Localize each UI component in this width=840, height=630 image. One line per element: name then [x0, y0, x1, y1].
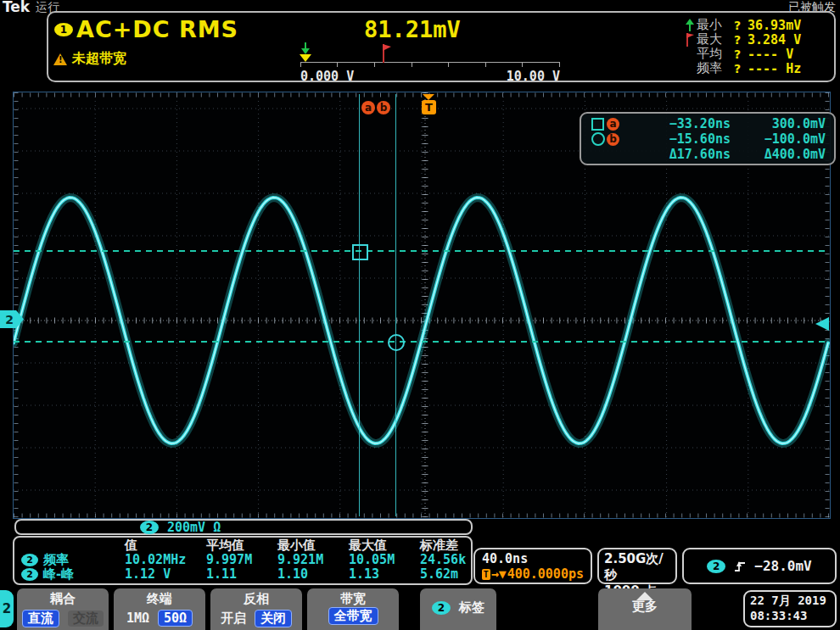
horizontal-scale: 40.0ns: [482, 551, 584, 566]
red-flag-icon: [686, 33, 694, 47]
cursor-b-row: b −15.60ns −100.0mV: [591, 131, 826, 147]
channel-2-badge: 2: [432, 601, 451, 615]
green-up-arrow-icon: [686, 19, 694, 31]
cursor-a-badge[interactable]: a: [361, 101, 375, 114]
sample-rate: 2.50G次/秒: [604, 551, 670, 583]
coupling-ac-option[interactable]: 交流: [68, 610, 104, 627]
acquisition-box: 2.50G次/秒 1000 点: [597, 548, 677, 584]
dvm-measurement-type: AC+DC RMS: [76, 16, 238, 42]
invert-button[interactable]: 反相 开启 关闭: [210, 588, 302, 630]
dvm-header-box: 1 AC+DC RMS 81.21mV ! 未超带宽 0.000 V 10.00…: [47, 11, 836, 82]
trigger-position-marker[interactable]: T: [422, 100, 436, 114]
scale-max-label: 10.00 V: [507, 69, 560, 84]
termination-50ohm-option[interactable]: 50Ω: [158, 610, 193, 627]
stat-row-min: 最小 ? 36.93mV: [686, 17, 833, 31]
channel-1-badge: 1: [54, 23, 73, 36]
coupling-dc-option[interactable]: 直流: [22, 610, 59, 627]
cursor-delta-row: Δ17.60ns Δ400.0mV: [591, 147, 826, 162]
dvm-value: 81.21mV: [364, 16, 461, 42]
cursor-a-marker[interactable]: [352, 244, 368, 260]
termination-1mohm-option[interactable]: 1MΩ: [126, 610, 149, 626]
scale-min-label: 0.000 V: [300, 69, 354, 84]
bandwidth-full-option[interactable]: 全带宽: [328, 607, 378, 625]
cursor-a-shape-icon: [591, 118, 604, 131]
cursor-a-row-badge: a: [607, 118, 619, 131]
cursor-b-shape-icon: [591, 132, 605, 146]
current-value-marker-icon: [300, 54, 311, 62]
rising-edge-icon: [734, 560, 746, 573]
more-button[interactable]: 更多: [598, 588, 692, 630]
scale-ticks: [300, 62, 560, 67]
trigger-position-arrow-icon[interactable]: [423, 94, 434, 100]
trigger-level-value: −28.0mV: [754, 558, 811, 574]
warning-text: 未超带宽: [72, 50, 126, 68]
delay-arrows-icon: →▼: [491, 566, 507, 582]
cursor-a-hline[interactable]: [14, 250, 830, 252]
table-row: 2峰-峰 1.12 V 1.11 1.10 1.13 5.62m: [21, 567, 471, 582]
invert-off-option[interactable]: 关闭: [255, 610, 292, 627]
horizontal-settings-box: 40.0ns T →▼ 400.0000ps: [473, 548, 592, 584]
dvm-scale-bar: 0.000 V 10.00 V: [300, 47, 560, 84]
termination-button[interactable]: 终端 1MΩ 50Ω: [114, 588, 205, 630]
stat-row-max: 最大 ? 3.284 V: [686, 31, 833, 46]
bandwidth-button[interactable]: 带宽 全带宽: [307, 588, 399, 630]
date-text: 22 7月 2019: [750, 594, 830, 609]
time-text: 08:33:43: [750, 609, 830, 622]
max-marker-flag-icon: [382, 44, 392, 63]
channel-2-menu-tab[interactable]: 2: [0, 590, 14, 627]
cursor-b-badge[interactable]: b: [377, 101, 390, 114]
cursor-b-marker[interactable]: [388, 334, 405, 351]
table-row: 2频率 10.02MHz 9.997M 9.921M 10.05M 24.56k: [21, 553, 471, 567]
cursor-a-vline[interactable]: [359, 94, 360, 516]
coupling-button[interactable]: 耦合 直流 交流: [17, 588, 109, 630]
measurement-header-row: 值 平均值 最小值 最大值 标准差: [21, 538, 471, 553]
trigger-t-icon: T: [482, 569, 490, 580]
cursor-b-hline[interactable]: [14, 341, 830, 343]
horizontal-delay: T →▼ 400.0000ps: [482, 566, 584, 582]
tek-logo: Tek: [3, 0, 30, 15]
datetime-box: 22 7月 2019 08:33:43: [743, 590, 837, 627]
stat-row-freq: 频率 ? ---- Hz: [686, 60, 833, 75]
cursor-b-row-badge: b: [607, 133, 619, 146]
bandwidth-warning: ! 未超带宽: [53, 50, 126, 68]
channel-2-badge: 2: [140, 521, 159, 534]
cursor-a-row: a −33.20ns 300.0mV: [591, 116, 826, 131]
channel-2-badge: 2: [707, 560, 725, 573]
channel-2-badge: 2: [21, 568, 38, 581]
channel-2-scale-text: 200mV Ω: [167, 520, 221, 535]
cursor-b-vline[interactable]: [395, 94, 396, 516]
channel-2-badge: 2: [21, 554, 38, 566]
measurement-table: 值 平均值 最小值 最大值 标准差 2频率 10.02MHz 9.997M 9.…: [13, 536, 473, 585]
cursor-readout-box: a −33.20ns 300.0mV b −15.60ns −100.0mV Δ…: [580, 112, 836, 165]
channel-2-scale-bar: 2 200mV Ω: [14, 519, 473, 535]
stat-row-mean: 平均 ? ---- V: [686, 46, 833, 60]
warning-icon: !: [53, 53, 67, 65]
invert-on-option[interactable]: 开启: [221, 610, 246, 627]
label-button[interactable]: 2 标签: [420, 588, 496, 630]
min-marker-icon: [301, 42, 310, 54]
dvm-statistics: 最小 ? 36.93mV 最大 ? 3.284 V 平均 ? ---- V 频率…: [686, 17, 833, 75]
trigger-settings-box: 2 −28.0mV: [682, 548, 837, 584]
